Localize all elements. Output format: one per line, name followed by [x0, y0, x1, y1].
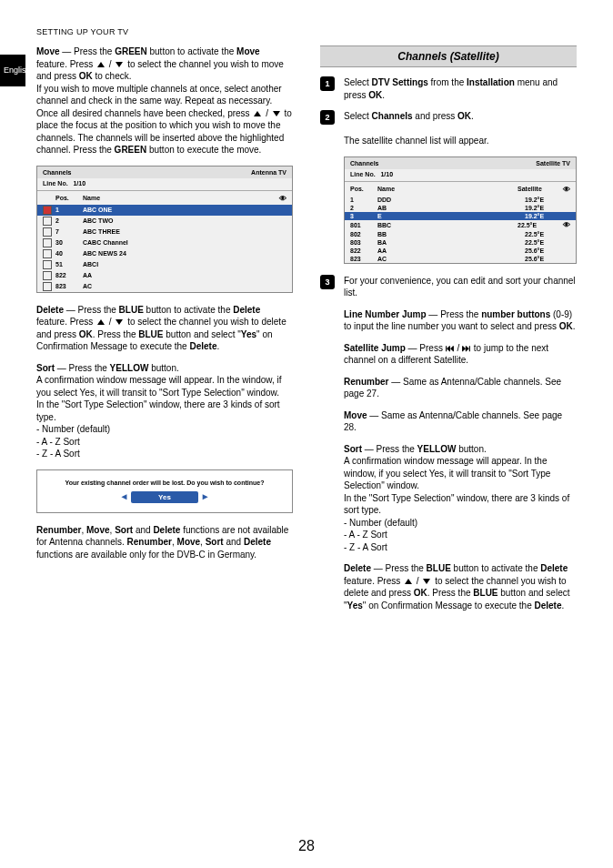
- section-heading: Channels (Satellite): [320, 45, 577, 67]
- table-row: 40ABC NEWS 24: [37, 248, 292, 259]
- next-icon: ⏭: [462, 343, 471, 353]
- step-number-icon: 1: [320, 76, 335, 91]
- step-2: 2 Select Channels and press OK.The satel…: [320, 110, 577, 147]
- step-number-icon: 3: [320, 275, 335, 289]
- up-icon: [97, 62, 105, 67]
- right-column: Channels (Satellite) 1 Select DTV Settin…: [320, 45, 577, 621]
- note-para: Renumber, Move, Sort and Delete function…: [36, 524, 293, 561]
- eye-icon: 👁: [563, 186, 570, 194]
- table-row: 802BB22.5°E: [345, 230, 576, 238]
- left-column: Move — Press the GREEN button to activat…: [36, 45, 293, 621]
- down-icon: [116, 319, 123, 325]
- yes-button[interactable]: Yes: [131, 491, 198, 503]
- table-row: 1ABC ONE: [37, 205, 292, 216]
- table-row: 51ABCI: [37, 259, 292, 270]
- prev-icon: ⏮: [446, 343, 455, 353]
- table-row: 823AC: [37, 281, 292, 292]
- table-row: 803BA22.5°E: [345, 238, 576, 247]
- table-row: 823AC25.6°E: [345, 255, 576, 263]
- step-1: 1 Select DTV Settings from the Installat…: [320, 76, 577, 101]
- renumber-para: Renumber — Same as Antenna/Cable channel…: [344, 376, 577, 400]
- page-number: 28: [0, 838, 613, 854]
- page-header: SETTING UP YOUR TV: [36, 27, 577, 36]
- step-number-icon: 2: [320, 110, 335, 125]
- table-row: 801BBC22.5°E👁: [345, 220, 576, 230]
- delete-para-r: Delete — Press the BLUE button to activa…: [344, 562, 577, 611]
- line-jump-para: Line Number Jump — Press the number butt…: [344, 308, 577, 333]
- confirm-dialog: Your existing channel order will be lost…: [36, 469, 293, 513]
- up-icon: [405, 579, 412, 584]
- up-icon: [97, 319, 105, 325]
- sat-jump-para: Satellite Jump — Press ⏮ / ⏭ to jump to …: [344, 342, 577, 367]
- table-row: 822AA: [37, 270, 292, 281]
- down-icon: [116, 62, 123, 67]
- up-icon: [254, 111, 261, 116]
- down-icon: [423, 579, 430, 584]
- table-row: 2AB19.2°E: [345, 204, 576, 212]
- antenna-channel-list: ChannelsAntenna TV Line No. 1/10 Pos.Nam…: [36, 166, 293, 293]
- satellite-channel-list: ChannelsSatellite TV Line No. 1/10 Pos.N…: [344, 156, 577, 264]
- table-row: 822AA25.6°E: [345, 247, 576, 255]
- language-tab: English: [0, 55, 25, 86]
- delete-para: Delete — Press the BLUE button to activa…: [36, 304, 293, 353]
- table-row: 1DDD19.2°E: [345, 196, 576, 204]
- down-icon: [273, 111, 280, 116]
- table-row: 7ABC THREE: [37, 227, 292, 237]
- table-row: 3E19.2°E: [345, 212, 576, 220]
- move-para-r: Move — Same as Antenna/Cable channels. S…: [344, 409, 577, 434]
- step-3: 3 For your convenience, you can edit and…: [320, 275, 577, 299]
- move-para: Move — Press the GREEN button to activat…: [36, 45, 293, 156]
- table-row: 2ABC TWO: [37, 216, 292, 227]
- eye-icon: 👁: [279, 195, 286, 203]
- table-row: 30CABC Channel: [37, 237, 292, 248]
- sort-para: Sort — Press the YELLOW button. A confir…: [36, 362, 293, 460]
- sort-para-r: Sort — Press the YELLOW button. A confir…: [344, 443, 577, 554]
